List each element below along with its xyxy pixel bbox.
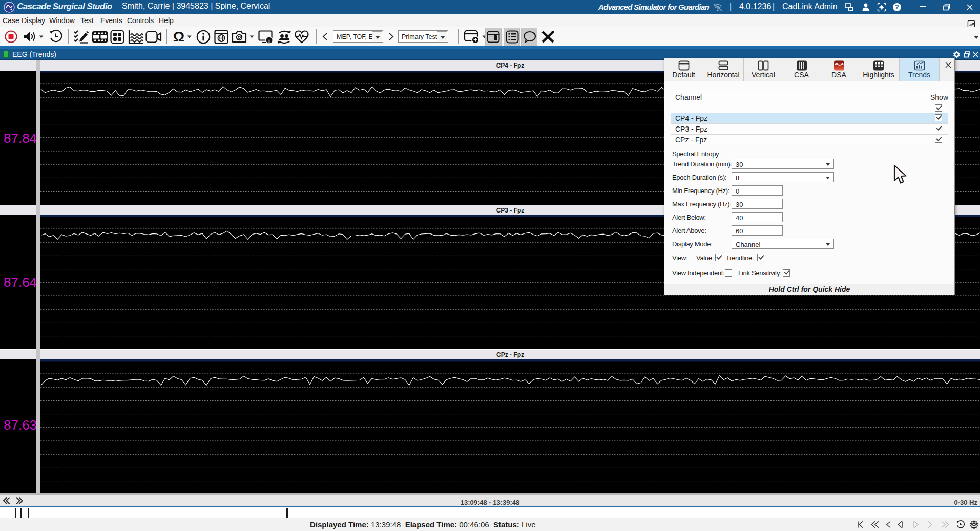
svg-text:Ω: Ω [173,29,184,44]
svg-text:?: ? [895,4,899,11]
svg-text:i: i [268,38,270,44]
